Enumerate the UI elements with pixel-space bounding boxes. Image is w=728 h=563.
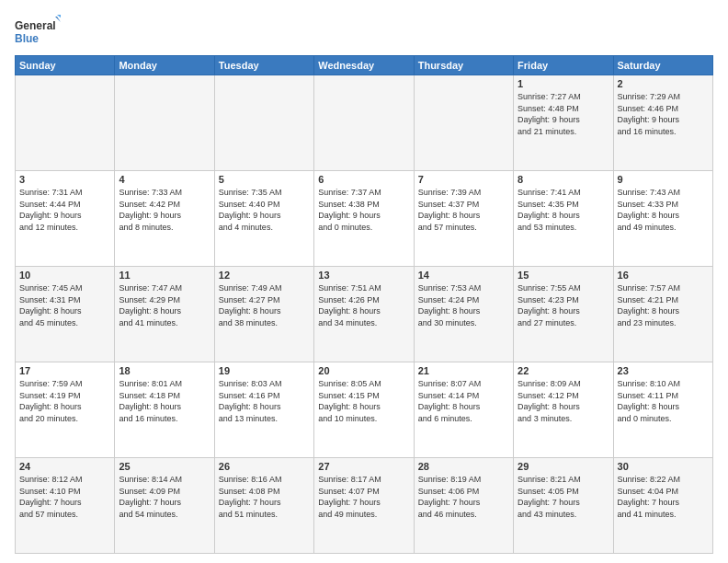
- calendar-cell: 22Sunrise: 8:09 AM Sunset: 4:12 PM Dayli…: [514, 362, 613, 458]
- logo: General Blue: [15, 15, 61, 50]
- day-number: 17: [19, 365, 110, 376]
- calendar-cell: 21Sunrise: 8:07 AM Sunset: 4:14 PM Dayli…: [414, 362, 513, 458]
- calendar-cell: 30Sunrise: 8:22 AM Sunset: 4:04 PM Dayli…: [613, 458, 712, 554]
- day-number: 14: [418, 270, 509, 281]
- day-info: Sunrise: 7:49 AM Sunset: 4:27 PM Dayligh…: [219, 282, 310, 328]
- calendar-cell: 13Sunrise: 7:51 AM Sunset: 4:26 PM Dayli…: [314, 267, 414, 362]
- calendar-cell: 12Sunrise: 7:49 AM Sunset: 4:27 PM Dayli…: [214, 267, 313, 362]
- calendar-cell: 6Sunrise: 7:37 AM Sunset: 4:38 PM Daylig…: [314, 171, 414, 267]
- calendar-cell: [115, 75, 214, 171]
- day-info: Sunrise: 7:33 AM Sunset: 4:42 PM Dayligh…: [119, 187, 210, 233]
- day-number: 2: [618, 78, 709, 89]
- calendar-cell: 19Sunrise: 8:03 AM Sunset: 4:16 PM Dayli…: [214, 362, 313, 458]
- day-info: Sunrise: 8:17 AM Sunset: 4:07 PM Dayligh…: [318, 474, 409, 520]
- calendar-cell: 18Sunrise: 8:01 AM Sunset: 4:18 PM Dayli…: [115, 362, 214, 458]
- weekday-header: Monday: [115, 56, 214, 75]
- calendar-cell: [214, 75, 313, 171]
- day-info: Sunrise: 8:16 AM Sunset: 4:08 PM Dayligh…: [219, 474, 310, 520]
- calendar-cell: 9Sunrise: 7:43 AM Sunset: 4:33 PM Daylig…: [613, 171, 712, 267]
- day-info: Sunrise: 7:31 AM Sunset: 4:44 PM Dayligh…: [19, 187, 110, 233]
- calendar-cell: 1Sunrise: 7:27 AM Sunset: 4:48 PM Daylig…: [514, 75, 613, 171]
- day-number: 29: [518, 461, 609, 472]
- day-info: Sunrise: 7:27 AM Sunset: 4:48 PM Dayligh…: [518, 91, 609, 137]
- weekday-header: Wednesday: [314, 56, 414, 75]
- day-info: Sunrise: 7:55 AM Sunset: 4:23 PM Dayligh…: [518, 282, 609, 328]
- day-number: 30: [618, 461, 709, 472]
- calendar-cell: 29Sunrise: 8:21 AM Sunset: 4:05 PM Dayli…: [514, 458, 613, 554]
- day-number: 21: [418, 365, 509, 376]
- day-number: 20: [318, 365, 409, 376]
- day-info: Sunrise: 8:12 AM Sunset: 4:10 PM Dayligh…: [19, 474, 110, 520]
- day-info: Sunrise: 7:57 AM Sunset: 4:21 PM Dayligh…: [618, 282, 709, 328]
- day-info: Sunrise: 7:29 AM Sunset: 4:46 PM Dayligh…: [618, 91, 709, 137]
- day-number: 1: [518, 78, 609, 89]
- calendar-cell: [314, 75, 414, 171]
- day-info: Sunrise: 8:10 AM Sunset: 4:11 PM Dayligh…: [618, 378, 709, 424]
- day-number: 10: [19, 270, 110, 281]
- calendar-cell: 27Sunrise: 8:17 AM Sunset: 4:07 PM Dayli…: [314, 458, 414, 554]
- day-info: Sunrise: 8:03 AM Sunset: 4:16 PM Dayligh…: [219, 378, 310, 424]
- day-number: 12: [219, 270, 310, 281]
- calendar-cell: 10Sunrise: 7:45 AM Sunset: 4:31 PM Dayli…: [16, 267, 115, 362]
- calendar-week-row: 1Sunrise: 7:27 AM Sunset: 4:48 PM Daylig…: [16, 75, 713, 171]
- weekday-header: Thursday: [414, 56, 513, 75]
- day-info: Sunrise: 8:05 AM Sunset: 4:15 PM Dayligh…: [318, 378, 409, 424]
- day-number: 26: [219, 461, 310, 472]
- day-info: Sunrise: 8:22 AM Sunset: 4:04 PM Dayligh…: [618, 474, 709, 520]
- svg-text:Blue: Blue: [15, 32, 39, 45]
- day-number: 25: [119, 461, 210, 472]
- day-info: Sunrise: 7:53 AM Sunset: 4:24 PM Dayligh…: [418, 282, 509, 328]
- day-number: 3: [19, 174, 110, 185]
- day-number: 7: [418, 174, 509, 185]
- day-info: Sunrise: 7:59 AM Sunset: 4:19 PM Dayligh…: [19, 378, 110, 424]
- day-number: 24: [19, 461, 110, 472]
- calendar-cell: 17Sunrise: 7:59 AM Sunset: 4:19 PM Dayli…: [16, 362, 115, 458]
- day-number: 18: [119, 365, 210, 376]
- calendar-cell: 25Sunrise: 8:14 AM Sunset: 4:09 PM Dayli…: [115, 458, 214, 554]
- calendar-cell: 4Sunrise: 7:33 AM Sunset: 4:42 PM Daylig…: [115, 171, 214, 267]
- calendar-cell: 24Sunrise: 8:12 AM Sunset: 4:10 PM Dayli…: [16, 458, 115, 554]
- day-number: 8: [518, 174, 609, 185]
- day-number: 23: [618, 365, 709, 376]
- day-number: 9: [618, 174, 709, 185]
- calendar-week-row: 24Sunrise: 8:12 AM Sunset: 4:10 PM Dayli…: [16, 458, 713, 554]
- calendar-cell: 7Sunrise: 7:39 AM Sunset: 4:37 PM Daylig…: [414, 171, 513, 267]
- weekday-header: Tuesday: [214, 56, 313, 75]
- calendar-body: 1Sunrise: 7:27 AM Sunset: 4:48 PM Daylig…: [16, 75, 713, 554]
- day-info: Sunrise: 7:35 AM Sunset: 4:40 PM Dayligh…: [219, 187, 310, 233]
- calendar-week-row: 10Sunrise: 7:45 AM Sunset: 4:31 PM Dayli…: [16, 267, 713, 362]
- logo-svg: General Blue: [15, 15, 61, 50]
- day-info: Sunrise: 7:43 AM Sunset: 4:33 PM Dayligh…: [618, 187, 709, 233]
- weekday-header: Sunday: [16, 56, 115, 75]
- day-info: Sunrise: 7:41 AM Sunset: 4:35 PM Dayligh…: [518, 187, 609, 233]
- day-number: 19: [219, 365, 310, 376]
- calendar-cell: 20Sunrise: 8:05 AM Sunset: 4:15 PM Dayli…: [314, 362, 414, 458]
- day-info: Sunrise: 8:21 AM Sunset: 4:05 PM Dayligh…: [518, 474, 609, 520]
- day-info: Sunrise: 8:14 AM Sunset: 4:09 PM Dayligh…: [119, 474, 210, 520]
- calendar-cell: 8Sunrise: 7:41 AM Sunset: 4:35 PM Daylig…: [514, 171, 613, 267]
- calendar-cell: 14Sunrise: 7:53 AM Sunset: 4:24 PM Dayli…: [414, 267, 513, 362]
- day-info: Sunrise: 8:01 AM Sunset: 4:18 PM Dayligh…: [119, 378, 210, 424]
- weekday-row: SundayMondayTuesdayWednesdayThursdayFrid…: [16, 56, 713, 75]
- calendar-cell: [414, 75, 513, 171]
- day-number: 22: [518, 365, 609, 376]
- day-number: 11: [119, 270, 210, 281]
- day-info: Sunrise: 8:07 AM Sunset: 4:14 PM Dayligh…: [418, 378, 509, 424]
- calendar-cell: 2Sunrise: 7:29 AM Sunset: 4:46 PM Daylig…: [613, 75, 712, 171]
- page: General Blue SundayMondayTuesdayWednesda…: [0, 0, 728, 563]
- calendar-week-row: 17Sunrise: 7:59 AM Sunset: 4:19 PM Dayli…: [16, 362, 713, 458]
- calendar-cell: 3Sunrise: 7:31 AM Sunset: 4:44 PM Daylig…: [16, 171, 115, 267]
- calendar-cell: 26Sunrise: 8:16 AM Sunset: 4:08 PM Dayli…: [214, 458, 313, 554]
- svg-text:General: General: [15, 19, 56, 32]
- calendar-cell: 23Sunrise: 8:10 AM Sunset: 4:11 PM Dayli…: [613, 362, 712, 458]
- calendar-header: SundayMondayTuesdayWednesdayThursdayFrid…: [16, 56, 713, 75]
- day-number: 27: [318, 461, 409, 472]
- day-info: Sunrise: 8:19 AM Sunset: 4:06 PM Dayligh…: [418, 474, 509, 520]
- day-number: 16: [618, 270, 709, 281]
- calendar-cell: [16, 75, 115, 171]
- day-info: Sunrise: 7:37 AM Sunset: 4:38 PM Dayligh…: [318, 187, 409, 233]
- day-number: 13: [318, 270, 409, 281]
- day-info: Sunrise: 8:09 AM Sunset: 4:12 PM Dayligh…: [518, 378, 609, 424]
- day-number: 4: [119, 174, 210, 185]
- calendar-cell: 5Sunrise: 7:35 AM Sunset: 4:40 PM Daylig…: [214, 171, 313, 267]
